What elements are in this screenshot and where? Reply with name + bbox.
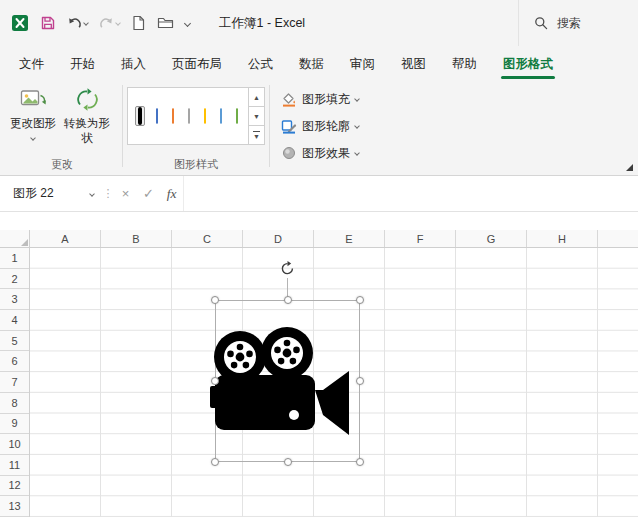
- rotation-handle[interactable]: [280, 261, 295, 276]
- excel-window: 工作簿1 - Excel 搜索 文件 开始 插入 页面布局 公式 数据 审阅 视…: [0, 0, 638, 517]
- selection-handle-bottom-right[interactable]: [356, 458, 364, 466]
- movie-camera-shape[interactable]: [210, 312, 356, 448]
- selection-handle-bottom-left[interactable]: [211, 458, 219, 466]
- selection-handle-top-right[interactable]: [356, 296, 364, 304]
- rotation-stem: [287, 278, 288, 297]
- selection-handle-bottom-middle[interactable]: [284, 458, 292, 466]
- selection-handle-middle-right[interactable]: [356, 377, 364, 385]
- shape-selection-overlay: [0, 0, 638, 517]
- selection-handle-middle-left[interactable]: [211, 377, 219, 385]
- selection-handle-top-left[interactable]: [211, 296, 219, 304]
- selection-handle-top-middle[interactable]: [284, 296, 292, 304]
